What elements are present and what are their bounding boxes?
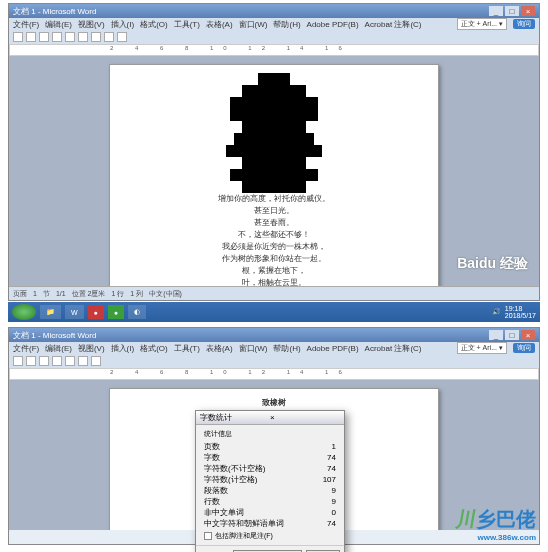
open-icon[interactable] (26, 32, 36, 42)
toolbar (9, 354, 539, 368)
help-search[interactable]: 询问 (513, 343, 535, 353)
new-icon[interactable] (13, 356, 23, 366)
menu-window[interactable]: 窗口(W) (239, 19, 268, 30)
statusbar: 页面 1 节 1/1 位置 2厘米 1 行 1 列 中文(中国) (9, 286, 539, 300)
document-area: 致橡树 我如果爱你—— 绝不像攀援的凌霄花， 借你的高枝炫耀自己： 我如果爱你—… (9, 56, 539, 286)
task-item[interactable]: 📁 (40, 305, 61, 319)
minimize-button[interactable]: _ (489, 330, 503, 340)
help-search[interactable]: 询问 (513, 19, 535, 29)
menu-insert[interactable]: 插入(I) (111, 19, 135, 30)
menu-acrobat[interactable]: Acrobat 注释(C) (365, 19, 422, 30)
menu-table[interactable]: 表格(A) (206, 19, 233, 30)
task-item[interactable]: ● (108, 305, 124, 319)
taskbar: 📁 W ● ● ◐ 🔊 19:182018/5/17 (8, 302, 540, 322)
close-button[interactable]: × (521, 330, 535, 340)
menu-help[interactable]: 帮助(H) (273, 343, 300, 354)
poem-title: 致橡树 (150, 397, 398, 409)
menu-file[interactable]: 文件(F) (13, 19, 39, 30)
titlebar: 文档 1 - Microsoft Word _ □ × (9, 4, 539, 18)
new-icon[interactable] (13, 32, 23, 42)
poem-title: 致橡树 (150, 73, 398, 85)
stats-heading: 统计信息 (204, 429, 336, 439)
task-item[interactable]: ◐ (128, 305, 146, 319)
maximize-button[interactable]: □ (505, 330, 519, 340)
menu-insert[interactable]: 插入(I) (111, 343, 135, 354)
checkbox-icon[interactable] (204, 532, 212, 540)
open-icon[interactable] (26, 356, 36, 366)
menubar: 文件(F) 编辑(E) 视图(V) 插入(I) 格式(O) 工具(T) 表格(A… (9, 342, 539, 354)
include-footnotes-checkbox[interactable]: 包括脚注和尾注(F) (204, 531, 336, 541)
dialog-footer: 显示工具栏(S) 关闭 (196, 545, 344, 552)
menu-format[interactable]: 格式(O) (140, 19, 168, 30)
dialog-body: 统计信息 页数1 字数74 字符数(不计空格)74 字符数(计空格)107 段落… (196, 425, 344, 545)
menu-acrobat[interactable]: Acrobat 注释(C) (365, 343, 422, 354)
menu-tools[interactable]: 工具(T) (174, 19, 200, 30)
system-tray: 🔊 19:182018/5/17 (492, 305, 536, 319)
menu-pdf[interactable]: Adobe PDF(B) (307, 20, 359, 29)
menu-view[interactable]: 视图(V) (78, 19, 105, 30)
print-icon[interactable] (52, 356, 62, 366)
ruler: 2 4 6 8 10 12 14 16 (9, 368, 539, 380)
task-item[interactable]: W (65, 305, 84, 319)
start-button[interactable] (12, 304, 36, 320)
cut-icon[interactable] (65, 356, 75, 366)
menu-edit[interactable]: 编辑(E) (45, 19, 72, 30)
menu-tools[interactable]: 工具(T) (174, 343, 200, 354)
page[interactable]: 致橡树 我如果爱你—— 绝不像攀援的凌霄花， 借你的高枝炫耀自己： 我如果爱你—… (109, 64, 439, 286)
undo-icon[interactable] (104, 32, 114, 42)
dialog-titlebar: 字数统计 × (196, 411, 344, 425)
copy-icon[interactable] (78, 32, 88, 42)
save-icon[interactable] (39, 356, 49, 366)
titlebar: 文档 1 - Microsoft Word _ □ × (9, 328, 539, 342)
paste-icon[interactable] (91, 356, 101, 366)
menu-help[interactable]: 帮助(H) (273, 19, 300, 30)
window-title: 文档 1 - Microsoft Word (13, 330, 487, 341)
cut-icon[interactable] (65, 32, 75, 42)
menu-table[interactable]: 表格(A) (206, 343, 233, 354)
close-button[interactable]: × (521, 6, 535, 16)
dialog-close-icon[interactable]: × (270, 413, 340, 422)
menu-view[interactable]: 视图(V) (78, 343, 105, 354)
style-box[interactable]: 正文 + Ari...▾ (457, 342, 507, 354)
maximize-button[interactable]: □ (505, 6, 519, 16)
task-item[interactable]: ● (88, 305, 104, 319)
ruler: 2 4 6 8 10 12 14 16 (9, 44, 539, 56)
print-icon[interactable] (52, 32, 62, 42)
tray-icon[interactable]: 🔊 (492, 308, 501, 316)
style-box[interactable]: 正文 + Ari...▾ (457, 18, 507, 30)
save-icon[interactable] (39, 32, 49, 42)
menu-pdf[interactable]: Adobe PDF(B) (307, 344, 359, 353)
menu-window[interactable]: 窗口(W) (239, 343, 268, 354)
redo-icon[interactable] (117, 32, 127, 42)
minimize-button[interactable]: _ (489, 6, 503, 16)
window-title: 文档 1 - Microsoft Word (13, 6, 487, 17)
word-count-dialog: 字数统计 × 统计信息 页数1 字数74 字符数(不计空格)74 字符数(计空格… (195, 410, 345, 552)
dialog-title: 字数统计 (200, 412, 270, 423)
menubar: 文件(F) 编辑(E) 视图(V) 插入(I) 格式(O) 工具(T) 表格(A… (9, 18, 539, 30)
copy-icon[interactable] (78, 356, 88, 366)
menu-file[interactable]: 文件(F) (13, 343, 39, 354)
menu-format[interactable]: 格式(O) (140, 343, 168, 354)
clock[interactable]: 19:182018/5/17 (505, 305, 536, 319)
word-window-1: 文档 1 - Microsoft Word _ □ × 文件(F) 编辑(E) … (8, 3, 540, 301)
toolbar (9, 30, 539, 44)
paste-icon[interactable] (91, 32, 101, 42)
menu-edit[interactable]: 编辑(E) (45, 343, 72, 354)
